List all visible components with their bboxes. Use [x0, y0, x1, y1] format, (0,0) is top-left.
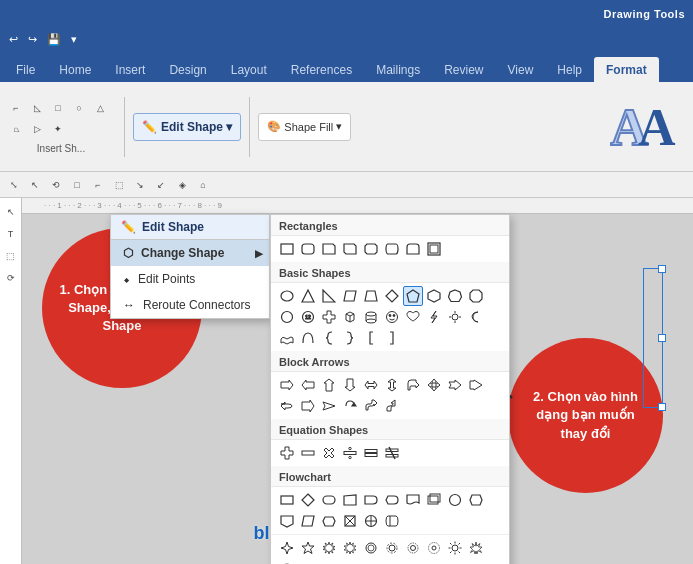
shape-fc-xmark[interactable]	[340, 511, 360, 531]
shape-frame[interactable]	[424, 239, 444, 259]
shape-arr-s-bend[interactable]	[382, 396, 402, 416]
strip-icon-2[interactable]: ↖	[25, 175, 45, 195]
shape-rect-snip2[interactable]	[340, 239, 360, 259]
tab-references[interactable]: References	[279, 57, 364, 82]
shape-bracket-l[interactable]	[361, 328, 381, 348]
shape-brace-r[interactable]	[340, 328, 360, 348]
tab-file[interactable]: File	[4, 57, 47, 82]
shape-octagon[interactable]	[466, 286, 486, 306]
shape-burst[interactable]	[466, 538, 486, 558]
shape-fc-off-page[interactable]	[277, 511, 297, 531]
toolbar-icon-1[interactable]: ⌐	[6, 98, 26, 118]
tab-mailings[interactable]: Mailings	[364, 57, 432, 82]
tab-review[interactable]: Review	[432, 57, 495, 82]
left-tool-3[interactable]: ⬚	[1, 246, 21, 266]
toolbar-icon-4[interactable]: ○	[69, 98, 89, 118]
shape-fc-summ[interactable]	[361, 511, 381, 531]
shape-arr-r[interactable]	[277, 375, 297, 395]
shape-arr-custom3[interactable]	[319, 396, 339, 416]
left-tool-1[interactable]: ↖	[1, 202, 21, 222]
shape-eq-neq[interactable]	[382, 443, 402, 463]
toolbar-icon-7[interactable]: ▷	[27, 119, 47, 139]
shape-bracket-r[interactable]	[382, 328, 402, 348]
handle-tr[interactable]	[658, 265, 666, 273]
shape-fc-doc[interactable]	[403, 490, 423, 510]
shape-arr-ud[interactable]	[382, 375, 402, 395]
shape-arc[interactable]	[298, 328, 318, 348]
tab-layout[interactable]: Layout	[219, 57, 279, 82]
shape-fc-multi[interactable]	[424, 490, 444, 510]
strip-icon-4[interactable]: □	[67, 175, 87, 195]
shape-star8[interactable]	[340, 538, 360, 558]
strip-icon-7[interactable]: ↘	[130, 175, 150, 195]
toolbar-icon-3[interactable]: □	[48, 98, 68, 118]
shape-smiley[interactable]	[382, 307, 402, 327]
left-tool-2[interactable]: T	[1, 224, 21, 244]
shape-fc-conn[interactable]	[445, 490, 465, 510]
shape-dodecagon[interactable]: 12	[298, 307, 318, 327]
shape-rect-r3[interactable]	[403, 239, 423, 259]
strip-icon-1[interactable]: ⤡	[4, 175, 24, 195]
shape-fc-manual[interactable]	[340, 490, 360, 510]
shape-arr-u[interactable]	[319, 375, 339, 395]
menu-item-edit-points[interactable]: ⬥ Edit Points	[111, 266, 269, 292]
shape-rect-snip3[interactable]	[361, 239, 381, 259]
toolbar-icon-5[interactable]: △	[90, 98, 110, 118]
shape-star6[interactable]	[319, 538, 339, 558]
tab-home[interactable]: Home	[47, 57, 103, 82]
shape-fc-term[interactable]	[319, 490, 339, 510]
strip-icon-5[interactable]: ⌐	[88, 175, 108, 195]
customize-icon[interactable]: ▾	[68, 31, 80, 48]
strip-icon-3[interactable]: ⟲	[46, 175, 66, 195]
shape-sun2[interactable]	[445, 538, 465, 558]
shape-sun[interactable]	[445, 307, 465, 327]
strip-icon-10[interactable]: ⌂	[193, 175, 213, 195]
strip-icon-8[interactable]: ↙	[151, 175, 171, 195]
shape-wave[interactable]	[277, 328, 297, 348]
tab-format[interactable]: Format	[594, 57, 659, 82]
handle-mr[interactable]	[658, 334, 666, 342]
shape-arr-lr[interactable]	[361, 375, 381, 395]
shape-diamond[interactable]	[382, 286, 402, 306]
undo-icon[interactable]: ↩	[6, 31, 21, 48]
shape-arr-custom2[interactable]	[298, 396, 318, 416]
shape-arr-4way[interactable]	[424, 375, 444, 395]
shape-fill-button[interactable]: 🎨 Shape Fill ▾	[258, 113, 351, 141]
shape-eq-div[interactable]	[340, 443, 360, 463]
shape-eq-plus[interactable]	[277, 443, 297, 463]
shape-arr-notch[interactable]	[445, 375, 465, 395]
shape-eq-mult[interactable]	[319, 443, 339, 463]
tab-design[interactable]: Design	[157, 57, 218, 82]
shape-heart[interactable]	[403, 307, 423, 327]
strip-icon-6[interactable]: ⬚	[109, 175, 129, 195]
shape-rect-snip1[interactable]	[319, 239, 339, 259]
handle-br[interactable]	[658, 403, 666, 411]
shape-fc-decision[interactable]	[298, 490, 318, 510]
shape-eq-minus[interactable]	[298, 443, 318, 463]
shape-gear3[interactable]	[424, 538, 444, 558]
tab-help[interactable]: Help	[545, 57, 594, 82]
toolbar-icon-6[interactable]: ⏢	[6, 119, 26, 139]
shape-hexagon[interactable]	[424, 286, 444, 306]
shape-heptagon[interactable]	[445, 286, 465, 306]
shape-brace-l[interactable]	[319, 328, 339, 348]
shape-trapezoid[interactable]	[361, 286, 381, 306]
redo-icon[interactable]: ↪	[25, 31, 40, 48]
strip-icon-9[interactable]: ◈	[172, 175, 192, 195]
shape-triangle[interactable]	[298, 286, 318, 306]
shape-star5[interactable]	[298, 538, 318, 558]
shape-pentagon[interactable]	[403, 286, 423, 306]
shape-decagon[interactable]	[277, 307, 297, 327]
shape-parallelogram[interactable]	[340, 286, 360, 306]
shape-burst2[interactable]	[277, 559, 297, 564]
shape-fc-store[interactable]	[382, 511, 402, 531]
shape-rect[interactable]	[277, 239, 297, 259]
shape-fc-display[interactable]	[382, 490, 402, 510]
shape-arr-custom1[interactable]	[277, 396, 297, 416]
shape-arr-bend[interactable]	[403, 375, 423, 395]
shape-arr-circular[interactable]	[340, 396, 360, 416]
shape-moon[interactable]	[466, 307, 486, 327]
shape-oval[interactable]	[277, 286, 297, 306]
save-icon[interactable]: 💾	[44, 31, 64, 48]
shape-fc-process[interactable]	[277, 490, 297, 510]
